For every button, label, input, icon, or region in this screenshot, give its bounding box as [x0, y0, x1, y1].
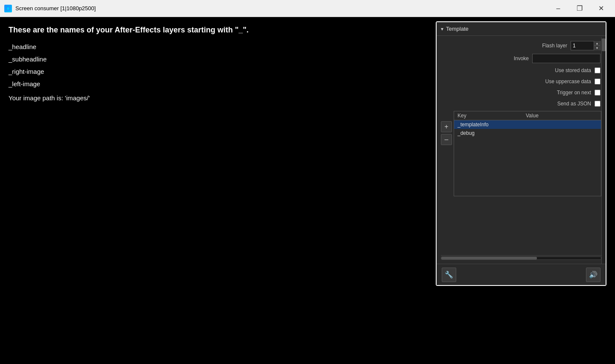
- main-content: These are the names of your After-Effect…: [0, 17, 615, 364]
- use-stored-data-label: Use stored data: [555, 67, 591, 73]
- use-stored-data-row: Use stored data: [437, 65, 606, 76]
- use-uppercase-data-label: Use uppercase data: [545, 79, 591, 84]
- table-header: Key Value: [454, 111, 601, 120]
- title-bar-controls: – ❐ ✕: [548, 2, 611, 15]
- spinner-arrows: ▲ ▼: [594, 41, 600, 50]
- row-key-0: _templateInfo: [454, 122, 522, 128]
- scrollbar-thumb: [441, 257, 537, 259]
- send-as-json-checkbox[interactable]: [595, 101, 600, 107]
- template-panel: ▾ Template Flash layer 1 ▲ ▼ Invoke: [436, 21, 606, 286]
- speaker-icon: 🔊: [589, 271, 598, 279]
- minimize-button[interactable]: –: [548, 2, 568, 15]
- panel-header: ▾ Template: [437, 22, 606, 36]
- use-uppercase-data-row: Use uppercase data: [437, 76, 606, 87]
- collapse-icon[interactable]: ▾: [441, 26, 443, 32]
- flash-layer-label: Flash layer: [542, 43, 567, 49]
- flash-layer-row: Flash layer 1 ▲ ▼: [437, 39, 606, 52]
- scroll-thumb: [602, 38, 606, 51]
- horizontal-scrollbar[interactable]: [441, 255, 601, 260]
- remove-row-button[interactable]: –: [441, 134, 452, 145]
- row-key-1: _debug: [454, 130, 522, 136]
- svg-rect-1: [7, 7, 9, 10]
- panel-footer: 🔧 🔊: [437, 264, 606, 285]
- flash-layer-spinner[interactable]: 1 ▲ ▼: [571, 41, 600, 50]
- flash-layer-value: 1: [571, 43, 594, 49]
- app-icon: [4, 5, 12, 12]
- trigger-on-next-checkbox[interactable]: [595, 90, 600, 96]
- table-row[interactable]: _debug: [454, 129, 601, 137]
- table-controls: + –: [441, 111, 452, 145]
- invoke-row: Invoke: [437, 52, 606, 65]
- send-as-json-row: Send as JSON: [437, 98, 606, 109]
- use-uppercase-data-checkbox[interactable]: [595, 79, 600, 84]
- pin-icon: 🔧: [445, 271, 453, 279]
- col-key-header: Key: [454, 113, 522, 119]
- trigger-on-next-label: Trigger on next: [557, 90, 591, 96]
- panel-title: Template: [446, 26, 469, 32]
- title-bar: Screen consumer [1|1080p2500] – ❐ ✕: [0, 0, 615, 17]
- key-value-table-outer: + – Key Value _templateInfo: [441, 111, 601, 253]
- pin-button[interactable]: 🔧: [442, 268, 456, 282]
- vertical-scrollbar[interactable]: [601, 38, 606, 264]
- scrollbar-track: [441, 256, 601, 260]
- panel-body: Flash layer 1 ▲ ▼ Invoke Use stored data: [437, 36, 606, 264]
- key-value-table: Key Value _templateInfo _debug: [454, 111, 601, 196]
- invoke-label: Invoke: [514, 55, 529, 61]
- close-button[interactable]: ✕: [591, 2, 611, 15]
- add-row-button[interactable]: +: [441, 121, 452, 132]
- table-row[interactable]: _templateInfo: [454, 120, 601, 129]
- maximize-button[interactable]: ❐: [570, 2, 589, 15]
- trigger-on-next-row: Trigger on next: [437, 87, 606, 98]
- invoke-input[interactable]: [532, 54, 600, 63]
- use-stored-data-checkbox[interactable]: [595, 67, 600, 73]
- title-bar-left: Screen consumer [1|1080p2500]: [4, 5, 96, 12]
- spinner-up-button[interactable]: ▲: [594, 41, 600, 46]
- speaker-button[interactable]: 🔊: [586, 268, 600, 282]
- col-value-header: Value: [522, 113, 601, 119]
- window-title: Screen consumer [1|1080p2500]: [15, 5, 96, 12]
- spinner-down-button[interactable]: ▼: [594, 46, 600, 50]
- table-body: _templateInfo _debug: [454, 120, 601, 196]
- send-as-json-label: Send as JSON: [557, 101, 591, 107]
